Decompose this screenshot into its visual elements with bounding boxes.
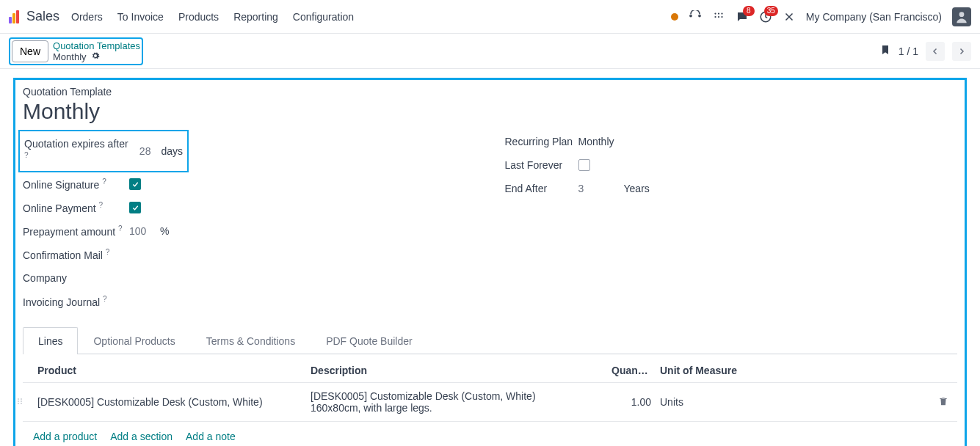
new-button[interactable]: New (12, 40, 48, 62)
invoicing-journal-label: Invoicing Journal ? (23, 294, 129, 309)
svg-point-14 (18, 403, 19, 404)
svg-point-2 (714, 12, 716, 14)
main-area: Quotation Template Monthly Quotation exp… (0, 69, 980, 446)
svg-point-3 (718, 12, 719, 14)
expires-after-label: Quotation expires after ? (24, 137, 130, 165)
drag-handle-icon[interactable] (15, 395, 24, 409)
expires-after-unit: days (161, 145, 183, 157)
activity-icon[interactable]: 35 (759, 10, 772, 23)
end-after-unit[interactable]: Years (624, 183, 650, 194)
svg-point-4 (721, 12, 722, 14)
online-signature-label: Online Signature ? (23, 177, 129, 191)
pager-next-button[interactable] (952, 42, 971, 61)
cell-quantity[interactable]: 1.00 (611, 396, 656, 408)
svg-point-7 (721, 15, 722, 17)
pager-prev-button[interactable] (926, 42, 945, 61)
svg-point-9 (959, 12, 965, 17)
form-subtitle: Quotation Template (23, 86, 957, 98)
col-header-quantity[interactable]: Quanti… (611, 365, 656, 376)
grid-icon[interactable] (712, 10, 725, 23)
pager-area: 1 / 1 (879, 42, 971, 61)
svg-point-1 (699, 15, 700, 16)
nav-configuration[interactable]: Configuration (293, 11, 354, 23)
recurring-plan-label: Recurring Plan (505, 135, 578, 148)
lines-table: Product Description Quanti… Unit of Meas… (23, 359, 957, 444)
gear-icon[interactable] (91, 51, 100, 62)
app-logo-icon (9, 10, 22, 23)
prepayment-input[interactable]: 100 (129, 225, 150, 237)
prepayment-unit: % (160, 225, 169, 237)
col-header-product[interactable]: Product (27, 365, 311, 376)
chat-badge: 8 (743, 6, 755, 16)
prepayment-label: Prepayment amount ? (23, 224, 129, 238)
activity-badge: 35 (764, 6, 778, 16)
company-switcher[interactable]: My Company (San Francisco) (806, 11, 942, 23)
cell-uom[interactable]: Units (656, 396, 802, 408)
svg-point-6 (718, 15, 719, 17)
top-bar: Sales Orders To Invoice Products Reporti… (0, 0, 980, 34)
tab-optional-products[interactable]: Optional Products (78, 327, 190, 354)
main-nav: Orders To Invoice Products Reporting Con… (71, 11, 354, 23)
table-row[interactable]: [DESK0005] Customizable Desk (Custom, Wh… (23, 382, 957, 421)
call-icon[interactable] (689, 10, 702, 23)
add-note-link[interactable]: Add a note (186, 431, 236, 442)
nav-reporting[interactable]: Reporting (233, 11, 278, 23)
tab-lines[interactable]: Lines (23, 327, 78, 354)
highlighted-form-frame: Quotation Template Monthly Quotation exp… (13, 78, 967, 446)
company-label: Company (23, 271, 129, 285)
cell-product[interactable]: [DESK0005] Customizable Desk (Custom, Wh… (27, 396, 311, 408)
expires-after-input[interactable]: 28 (130, 145, 150, 157)
svg-point-5 (714, 15, 716, 17)
left-column: Quotation expires after ? 28 days Online… (23, 130, 476, 313)
nav-orders[interactable]: Orders (71, 11, 103, 23)
last-forever-label: Last Forever (505, 158, 578, 172)
top-right-tray: 8 35 My Company (San Francisco) (671, 7, 971, 26)
status-dot-icon (671, 13, 678, 21)
tab-pdf-quote-builder[interactable]: PDF Quote Builder (311, 327, 428, 354)
online-payment-checkbox[interactable] (129, 202, 141, 213)
online-signature-checkbox[interactable] (129, 178, 141, 190)
add-product-link[interactable]: Add a product (33, 431, 97, 442)
col-header-description[interactable]: Description (311, 365, 611, 376)
last-forever-checkbox[interactable] (578, 159, 590, 171)
highlighted-breadcrumb-box: New Quotation Templates Monthly (9, 37, 143, 65)
svg-point-0 (690, 15, 692, 16)
end-after-input[interactable]: 3 (578, 183, 599, 194)
table-header-row: Product Description Quanti… Unit of Meas… (23, 359, 957, 382)
right-column: Recurring Plan Monthly Last Forever End … (505, 130, 958, 313)
confirmation-mail-label: Confirmation Mail ? (23, 247, 129, 262)
highlighted-expires-box: Quotation expires after ? 28 days (18, 130, 189, 172)
tab-terms-conditions[interactable]: Terms & Conditions (191, 327, 311, 354)
add-section-link[interactable]: Add a section (110, 431, 173, 442)
control-bar: New Quotation Templates Monthly 1 / 1 (0, 34, 980, 69)
app-brand[interactable]: Sales (26, 9, 59, 24)
svg-point-13 (21, 401, 22, 402)
svg-point-11 (21, 398, 22, 400)
form-title[interactable]: Monthly (23, 99, 957, 124)
svg-point-12 (18, 401, 19, 402)
recurring-plan-value[interactable]: Monthly (578, 136, 614, 147)
tools-icon[interactable] (783, 10, 796, 23)
nav-to-invoice[interactable]: To Invoice (117, 11, 164, 23)
pager-text: 1 / 1 (899, 45, 918, 57)
bookmark-icon[interactable] (879, 43, 891, 59)
svg-point-15 (21, 403, 22, 404)
nav-products[interactable]: Products (178, 11, 219, 23)
breadcrumb-parent[interactable]: Quotation Templates (53, 40, 140, 51)
col-header-uom[interactable]: Unit of Measure (656, 365, 802, 376)
user-avatar[interactable] (952, 7, 971, 26)
cell-description[interactable]: [DESK0005] Customizable Desk (Custom, Wh… (311, 390, 611, 414)
add-row-bar: Add a product Add a section Add a note (23, 421, 957, 444)
svg-point-10 (18, 398, 19, 400)
online-payment-label: Online Payment ? (23, 200, 129, 215)
breadcrumb-current: Monthly (53, 51, 87, 62)
chat-icon[interactable]: 8 (736, 10, 749, 23)
tab-bar: Lines Optional Products Terms & Conditio… (23, 326, 957, 354)
end-after-label: End After (505, 182, 578, 195)
delete-row-icon[interactable] (938, 397, 948, 409)
